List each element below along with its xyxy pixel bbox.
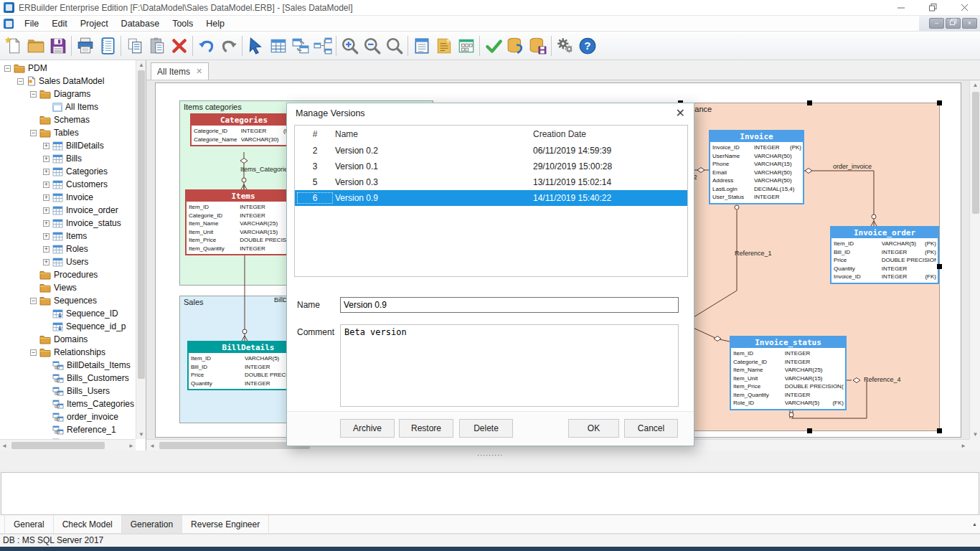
sidebar-item-schemas[interactable]: Schemas [0, 113, 136, 126]
panel-splitter[interactable]: ········· [0, 451, 980, 459]
new-button[interactable] [2, 34, 24, 57]
sidebar-item-procedures[interactable]: Procedures [0, 268, 136, 281]
copy-button[interactable] [123, 34, 146, 57]
restore-version-button[interactable]: Restore [399, 419, 453, 438]
minimize-button[interactable] [885, 0, 917, 15]
tree-expander-icon[interactable]: − [30, 349, 37, 356]
scroll-down-icon[interactable]: ▼ [136, 431, 146, 438]
db-save-button[interactable] [527, 34, 549, 57]
cancel-button[interactable]: Cancel [624, 419, 678, 438]
tab-reverse-engineer[interactable]: Reverse Engineer [182, 515, 269, 533]
redo-button[interactable] [217, 34, 240, 57]
report-button[interactable] [96, 34, 118, 57]
tree-expander-icon[interactable]: + [43, 156, 50, 162]
zoom-out-button[interactable] [361, 34, 383, 57]
menu-tools[interactable]: Tools [166, 16, 199, 31]
menu-project[interactable]: Project [74, 16, 115, 31]
close-button[interactable] [948, 0, 980, 15]
sidebar-item-all-items[interactable]: All Items [0, 100, 136, 113]
dialog-close-icon[interactable]: ✕ [676, 108, 685, 119]
tree-expander-icon[interactable]: + [43, 207, 50, 214]
pointer-button[interactable] [245, 34, 267, 57]
sidebar-item-billdetails[interactable]: +BillDetails [0, 139, 136, 152]
entity-invoice_status[interactable]: Invoice_statusItem_IDINTEGERCategorie_ID… [730, 336, 847, 410]
sidebar-item-relationships[interactable]: −Relationships [0, 346, 136, 359]
mdi-minimize-button[interactable]: – [929, 18, 944, 29]
sidebar-item-diagrams[interactable]: −Diagrams [0, 88, 136, 100]
dialog-title-bar[interactable]: Manage Versions ✕ [287, 103, 694, 123]
tree-expander-icon[interactable]: + [43, 143, 50, 149]
sidebar-item-reference-1[interactable]: Reference_1 [0, 423, 136, 436]
tree-expander-icon[interactable]: + [43, 233, 50, 240]
tree-expander-icon[interactable]: − [17, 78, 24, 85]
sidebar-item-sequence-id[interactable]: Sequence_ID [0, 307, 136, 320]
tree-expander-icon[interactable]: − [4, 65, 11, 72]
sidebar-item-billdetails-items[interactable]: BillDetails_Items [0, 359, 136, 372]
scroll-right-icon[interactable]: ► [127, 443, 136, 449]
sidebar-item-bills[interactable]: +Bills [0, 152, 136, 165]
relationship-button[interactable] [289, 34, 311, 57]
scroll-right-icon[interactable]: ► [959, 443, 968, 449]
version-row-version-0-2[interactable]: 2Version 0.206/11/2019 14:59:39 [295, 143, 687, 159]
tree-expander-icon[interactable]: + [43, 220, 50, 227]
sidebar-item-views[interactable]: Views [0, 281, 136, 294]
version-row-version-0-1[interactable]: 3Version 0.129/10/2019 15:00:28 [295, 159, 687, 174]
tab-general[interactable]: General [4, 515, 54, 533]
relationship-label-items-categories[interactable]: Items_Categories [240, 166, 291, 173]
print-button[interactable] [74, 34, 96, 57]
scroll-left-icon[interactable]: ◄ [148, 443, 156, 449]
menu-database[interactable]: Database [115, 16, 166, 31]
sidebar-item-items-categories[interactable]: Items_Categories [0, 397, 136, 410]
paste-button[interactable] [146, 34, 168, 57]
archive-button[interactable]: Archive [340, 419, 395, 438]
tree-expander-icon[interactable]: − [30, 298, 37, 304]
mdi-restore-button[interactable] [946, 18, 961, 29]
tree-expander-icon[interactable]: + [43, 182, 50, 188]
help-button[interactable]: ? [576, 34, 598, 57]
sidebar-item-sequence-id-p[interactable]: Sequence_id_p [0, 320, 136, 333]
tab-check-model[interactable]: Check Model [54, 515, 122, 533]
tree-vscroll-thumb[interactable] [138, 70, 145, 379]
sidebar-item-tables[interactable]: −Tables [0, 126, 136, 139]
form-button[interactable] [455, 34, 477, 57]
tab-generation[interactable]: Generation [122, 515, 182, 533]
comment-textarea[interactable] [340, 324, 679, 407]
entity-invoice_order[interactable]: Invoice_orderItem_IDVARCHAR(5)(PK)Bill_I… [830, 226, 939, 284]
tree-vertical-scrollbar[interactable]: ▲ ▼ [136, 60, 146, 439]
zoom-in-button[interactable] [339, 34, 361, 57]
sidebar-item-pdm[interactable]: −PDM [0, 62, 136, 75]
check-button[interactable] [482, 34, 504, 57]
mdi-close-button[interactable]: × [962, 18, 977, 29]
page-button[interactable] [410, 34, 433, 57]
sidebar-item-customers[interactable]: +Customers [0, 178, 136, 191]
sidebar-item-bills-customers[interactable]: Bills_Customers [0, 372, 136, 385]
ok-button[interactable]: OK [568, 419, 619, 438]
tree-expander-icon[interactable]: + [43, 259, 50, 265]
canvas-vscroll-thumb[interactable] [972, 92, 979, 214]
tab-close-icon[interactable]: ✕ [196, 67, 202, 76]
save-button[interactable] [47, 34, 69, 57]
sidebar-item-order-invoice[interactable]: order_invoice [0, 410, 136, 423]
delete-button[interactable] [168, 34, 190, 57]
name-input[interactable] [340, 297, 679, 313]
sidebar-item-categories[interactable]: +Categories [0, 165, 136, 178]
sidebar-item-invoice-status[interactable]: +Invoice_status [0, 217, 136, 230]
tree-horizontal-scrollbar[interactable]: ◄ ► [0, 439, 136, 451]
sidebar-item-items[interactable]: +Items [0, 230, 136, 242]
tree-expander-icon[interactable]: + [43, 194, 50, 201]
sidebar-item-sequences[interactable]: −Sequences [0, 294, 136, 307]
undo-button[interactable] [195, 34, 217, 57]
sidebar-item-invoice[interactable]: +Invoice [0, 191, 136, 204]
sidebar-item-sales-datamodel[interactable]: −Sales DataModel [0, 75, 136, 88]
relationship-label-reference-4[interactable]: Reference_4 [864, 376, 901, 383]
delete-button[interactable]: Delete [459, 419, 513, 438]
tab-all-items[interactable]: All Items ✕ [151, 62, 209, 80]
sidebar-item-users[interactable]: +Users [0, 255, 136, 268]
tree-expander-icon[interactable]: − [30, 91, 37, 98]
sidebar-item-roles[interactable]: +Roles [0, 242, 136, 255]
entity-categories[interactable]: CategoriesCategorie_IDINTEGER(PK)Categor… [190, 113, 298, 146]
tree-expander-icon[interactable]: − [30, 130, 37, 136]
canvas-vertical-scrollbar[interactable]: ▲ ▼ [969, 80, 980, 439]
sidebar-item-domains[interactable]: Domains [0, 333, 136, 346]
relationship-label-reference-1[interactable]: Reference_1 [735, 250, 772, 257]
